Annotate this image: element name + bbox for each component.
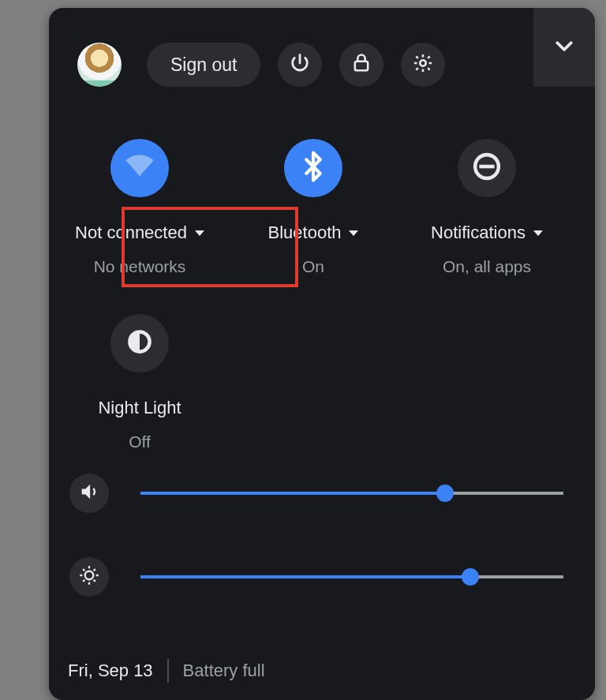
bluetooth-dropdown[interactable]: Bluetooth	[260, 219, 367, 246]
night-light-title: Night Light	[98, 398, 181, 418]
volume-slider[interactable]	[140, 485, 563, 501]
settings-button[interactable]	[401, 43, 445, 87]
wifi-title: Not connected	[75, 223, 187, 243]
volume-row	[69, 474, 563, 513]
wifi-dropdown[interactable]: Not connected	[67, 219, 212, 246]
night-light-icon	[123, 325, 156, 361]
avatar[interactable]	[77, 43, 122, 87]
sign-out-label: Sign out	[170, 54, 237, 76]
wifi-toggle[interactable]	[110, 139, 169, 197]
quick-settings-panel: Sign out	[49, 8, 595, 700]
collapse-button[interactable]	[533, 8, 595, 87]
slider-thumb[interactable]	[462, 568, 479, 586]
footer-row: Fri, Sep 13 Battery full	[68, 659, 265, 683]
bluetooth-toggle[interactable]	[284, 139, 342, 197]
footer-battery: Battery full	[183, 661, 265, 681]
do-not-disturb-icon	[470, 150, 503, 186]
wifi-subtitle: No networks	[89, 256, 191, 278]
brightness-row	[69, 557, 563, 597]
power-button[interactable]	[278, 43, 322, 87]
brightness-button[interactable]	[69, 557, 109, 597]
brightness-icon	[78, 564, 100, 590]
dropdown-arrow-icon	[533, 230, 543, 236]
volume-button[interactable]	[69, 474, 109, 513]
bluetooth-title: Bluetooth	[268, 223, 342, 243]
slider-fill	[140, 575, 470, 578]
bluetooth-icon	[297, 150, 330, 186]
sign-out-button[interactable]: Sign out	[147, 43, 260, 87]
dropdown-arrow-icon	[195, 230, 204, 236]
night-light-label[interactable]: Night Light	[90, 395, 189, 421]
night-light-tile: Night Light Off	[57, 314, 223, 453]
volume-icon	[78, 481, 100, 506]
footer-separator	[167, 659, 169, 683]
dropdown-arrow-icon	[349, 230, 358, 236]
brightness-slider[interactable]	[140, 569, 563, 585]
header-row: Sign out	[49, 8, 595, 104]
notifications-tile: Notifications On, all apps	[404, 139, 570, 278]
svg-point-4	[85, 571, 94, 580]
slider-thumb[interactable]	[436, 485, 454, 502]
wifi-tile: Not connected No networks	[57, 139, 223, 278]
night-light-subtitle: Off	[124, 431, 155, 453]
notifications-title: Notifications	[431, 223, 526, 243]
notifications-dropdown[interactable]: Notifications	[423, 219, 551, 246]
power-icon	[289, 52, 311, 77]
sliders-section	[49, 453, 595, 597]
chevron-down-icon	[552, 34, 576, 61]
lock-button[interactable]	[339, 43, 383, 87]
wifi-icon	[123, 150, 156, 186]
footer-date: Fri, Sep 13	[68, 661, 153, 681]
gear-icon	[412, 52, 434, 77]
tiles-grid: Not connected No networks Bluetooth On	[49, 104, 595, 453]
bluetooth-tile: Bluetooth On	[230, 139, 396, 278]
svg-point-1	[421, 60, 426, 66]
svg-rect-0	[355, 62, 368, 71]
night-light-toggle[interactable]	[110, 314, 169, 372]
bluetooth-subtitle: On	[297, 256, 329, 278]
notifications-subtitle: On, all apps	[438, 256, 536, 278]
lock-icon	[350, 52, 372, 77]
notifications-toggle[interactable]	[458, 139, 516, 197]
slider-fill	[140, 492, 445, 495]
